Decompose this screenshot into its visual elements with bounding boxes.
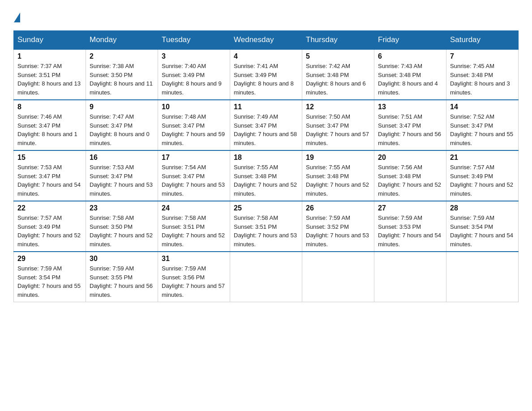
day-info: Sunrise: 7:58 AMSunset: 3:51 PMDaylight:… — [234, 214, 298, 248]
day-info: Sunrise: 7:59 AMSunset: 3:56 PMDaylight:… — [162, 264, 226, 299]
day-number: 22 — [17, 204, 82, 212]
day-info: Sunrise: 7:46 AMSunset: 3:47 PMDaylight:… — [17, 112, 82, 147]
calendar-day-cell: 27Sunrise: 7:59 AMSunset: 3:53 PMDayligh… — [374, 201, 446, 252]
day-number: 2 — [90, 52, 154, 60]
day-number: 24 — [162, 204, 226, 212]
calendar-day-cell: 3Sunrise: 7:40 AMSunset: 3:49 PMDaylight… — [158, 49, 230, 100]
col-monday: Monday — [86, 31, 158, 50]
calendar-day-cell — [446, 252, 519, 302]
calendar-day-cell: 14Sunrise: 7:52 AMSunset: 3:47 PMDayligh… — [446, 100, 519, 150]
day-info: Sunrise: 7:43 AMSunset: 3:48 PMDaylight:… — [378, 62, 442, 97]
col-saturday: Saturday — [446, 31, 519, 50]
calendar-day-cell: 29Sunrise: 7:59 AMSunset: 3:54 PMDayligh… — [14, 252, 86, 302]
day-number: 18 — [234, 154, 298, 162]
calendar-day-cell — [302, 252, 374, 302]
day-number: 17 — [162, 154, 226, 162]
calendar-day-cell: 1Sunrise: 7:37 AMSunset: 3:51 PMDaylight… — [14, 49, 86, 100]
calendar-day-cell: 4Sunrise: 7:41 AMSunset: 3:49 PMDaylight… — [230, 49, 302, 100]
calendar-day-cell: 21Sunrise: 7:57 AMSunset: 3:49 PMDayligh… — [446, 150, 519, 201]
calendar-day-cell: 19Sunrise: 7:55 AMSunset: 3:48 PMDayligh… — [302, 150, 374, 201]
col-sunday: Sunday — [14, 31, 86, 50]
calendar-week-row: 8Sunrise: 7:46 AMSunset: 3:47 PMDaylight… — [14, 100, 519, 150]
calendar-day-cell: 15Sunrise: 7:53 AMSunset: 3:47 PMDayligh… — [14, 150, 86, 201]
day-info: Sunrise: 7:55 AMSunset: 3:48 PMDaylight:… — [234, 163, 298, 198]
day-info: Sunrise: 7:52 AMSunset: 3:47 PMDaylight:… — [450, 112, 515, 147]
calendar-day-cell: 30Sunrise: 7:59 AMSunset: 3:55 PMDayligh… — [86, 252, 158, 302]
day-info: Sunrise: 7:57 AMSunset: 3:49 PMDaylight:… — [17, 214, 82, 248]
day-info: Sunrise: 7:58 AMSunset: 3:51 PMDaylight:… — [162, 214, 226, 248]
day-info: Sunrise: 7:51 AMSunset: 3:47 PMDaylight:… — [378, 112, 442, 147]
calendar-day-cell: 12Sunrise: 7:50 AMSunset: 3:47 PMDayligh… — [302, 100, 374, 150]
day-number: 16 — [90, 154, 154, 162]
day-number: 28 — [450, 204, 515, 212]
calendar-day-cell: 8Sunrise: 7:46 AMSunset: 3:47 PMDaylight… — [14, 100, 86, 150]
calendar-week-row: 1Sunrise: 7:37 AMSunset: 3:51 PMDaylight… — [14, 49, 519, 100]
calendar-day-cell: 5Sunrise: 7:42 AMSunset: 3:48 PMDaylight… — [302, 49, 374, 100]
day-info: Sunrise: 7:53 AMSunset: 3:47 PMDaylight:… — [90, 163, 154, 198]
calendar-week-row: 22Sunrise: 7:57 AMSunset: 3:49 PMDayligh… — [14, 201, 519, 252]
calendar-day-cell: 16Sunrise: 7:53 AMSunset: 3:47 PMDayligh… — [86, 150, 158, 201]
calendar-day-cell: 31Sunrise: 7:59 AMSunset: 3:56 PMDayligh… — [158, 252, 230, 302]
day-number: 1 — [17, 52, 82, 60]
day-info: Sunrise: 7:47 AMSunset: 3:47 PMDaylight:… — [90, 112, 154, 147]
calendar-day-cell: 20Sunrise: 7:56 AMSunset: 3:48 PMDayligh… — [374, 150, 446, 201]
calendar-day-cell: 2Sunrise: 7:38 AMSunset: 3:50 PMDaylight… — [86, 49, 158, 100]
day-number: 6 — [378, 52, 442, 60]
day-number: 27 — [378, 204, 442, 212]
day-info: Sunrise: 7:59 AMSunset: 3:52 PMDaylight:… — [306, 214, 370, 248]
calendar-day-cell: 25Sunrise: 7:58 AMSunset: 3:51 PMDayligh… — [230, 201, 302, 252]
calendar-day-cell: 10Sunrise: 7:48 AMSunset: 3:47 PMDayligh… — [158, 100, 230, 150]
col-wednesday: Wednesday — [230, 31, 302, 50]
calendar-table: Sunday Monday Tuesday Wednesday Thursday… — [13, 30, 519, 302]
calendar-day-cell: 26Sunrise: 7:59 AMSunset: 3:52 PMDayligh… — [302, 201, 374, 252]
day-number: 8 — [17, 103, 82, 111]
day-info: Sunrise: 7:49 AMSunset: 3:47 PMDaylight:… — [234, 112, 298, 147]
day-info: Sunrise: 7:57 AMSunset: 3:49 PMDaylight:… — [450, 163, 515, 198]
day-info: Sunrise: 7:54 AMSunset: 3:47 PMDaylight:… — [162, 163, 226, 198]
calendar-day-cell: 17Sunrise: 7:54 AMSunset: 3:47 PMDayligh… — [158, 150, 230, 201]
day-info: Sunrise: 7:59 AMSunset: 3:54 PMDaylight:… — [450, 214, 515, 248]
day-info: Sunrise: 7:58 AMSunset: 3:50 PMDaylight:… — [90, 214, 154, 248]
day-info: Sunrise: 7:41 AMSunset: 3:49 PMDaylight:… — [234, 62, 298, 97]
day-number: 20 — [378, 154, 442, 162]
day-number: 30 — [90, 255, 154, 263]
calendar-day-cell: 22Sunrise: 7:57 AMSunset: 3:49 PMDayligh… — [14, 201, 86, 252]
day-info: Sunrise: 7:38 AMSunset: 3:50 PMDaylight:… — [90, 62, 154, 97]
day-info: Sunrise: 7:59 AMSunset: 3:54 PMDaylight:… — [17, 264, 82, 299]
logo — [13, 13, 21, 22]
day-info: Sunrise: 7:55 AMSunset: 3:48 PMDaylight:… — [306, 163, 370, 198]
logo-triangle-icon — [14, 13, 20, 22]
day-number: 13 — [378, 103, 442, 111]
day-number: 19 — [306, 154, 370, 162]
day-info: Sunrise: 7:45 AMSunset: 3:48 PMDaylight:… — [450, 62, 515, 97]
day-info: Sunrise: 7:48 AMSunset: 3:47 PMDaylight:… — [162, 112, 226, 147]
calendar-day-cell: 23Sunrise: 7:58 AMSunset: 3:50 PMDayligh… — [86, 201, 158, 252]
day-info: Sunrise: 7:40 AMSunset: 3:49 PMDaylight:… — [162, 62, 226, 97]
day-info: Sunrise: 7:56 AMSunset: 3:48 PMDaylight:… — [378, 163, 442, 198]
day-number: 4 — [234, 52, 298, 60]
day-number: 15 — [17, 154, 82, 162]
calendar-day-cell: 11Sunrise: 7:49 AMSunset: 3:47 PMDayligh… — [230, 100, 302, 150]
day-info: Sunrise: 7:42 AMSunset: 3:48 PMDaylight:… — [306, 62, 370, 97]
day-info: Sunrise: 7:59 AMSunset: 3:55 PMDaylight:… — [90, 264, 154, 299]
day-info: Sunrise: 7:37 AMSunset: 3:51 PMDaylight:… — [17, 62, 82, 97]
calendar-day-cell: 18Sunrise: 7:55 AMSunset: 3:48 PMDayligh… — [230, 150, 302, 201]
calendar-day-cell: 24Sunrise: 7:58 AMSunset: 3:51 PMDayligh… — [158, 201, 230, 252]
calendar-day-cell — [374, 252, 446, 302]
day-number: 14 — [450, 103, 515, 111]
calendar-day-cell: 28Sunrise: 7:59 AMSunset: 3:54 PMDayligh… — [446, 201, 519, 252]
calendar-day-cell: 9Sunrise: 7:47 AMSunset: 3:47 PMDaylight… — [86, 100, 158, 150]
day-number: 25 — [234, 204, 298, 212]
day-info: Sunrise: 7:50 AMSunset: 3:47 PMDaylight:… — [306, 112, 370, 147]
day-info: Sunrise: 7:59 AMSunset: 3:53 PMDaylight:… — [378, 214, 442, 248]
calendar-week-row: 15Sunrise: 7:53 AMSunset: 3:47 PMDayligh… — [14, 150, 519, 201]
day-number: 31 — [162, 255, 226, 263]
calendar-day-cell: 13Sunrise: 7:51 AMSunset: 3:47 PMDayligh… — [374, 100, 446, 150]
day-number: 26 — [306, 204, 370, 212]
day-info: Sunrise: 7:53 AMSunset: 3:47 PMDaylight:… — [17, 163, 82, 198]
calendar-week-row: 29Sunrise: 7:59 AMSunset: 3:54 PMDayligh… — [14, 252, 519, 302]
col-tuesday: Tuesday — [158, 31, 230, 50]
page-header — [13, 9, 519, 22]
calendar-header-row: Sunday Monday Tuesday Wednesday Thursday… — [14, 31, 519, 50]
col-friday: Friday — [374, 31, 446, 50]
